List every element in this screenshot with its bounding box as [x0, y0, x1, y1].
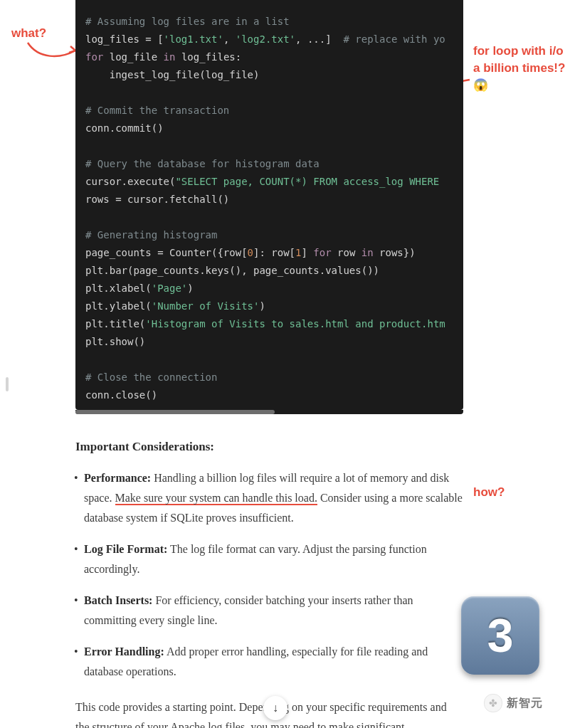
annotation-how: how? — [473, 484, 505, 501]
main-content: # Assuming log files are in a listlog_fi… — [75, 0, 463, 728]
considerations-list: Performance: Handling a billion log file… — [75, 468, 463, 682]
code-line: conn.commit() — [85, 120, 453, 137]
code-line: # Query the database for histogram data — [85, 155, 453, 173]
list-item-label: Performance: — [84, 472, 151, 484]
code-line: plt.show() — [85, 333, 453, 351]
highlighted-text: Make sure your system can handle this lo… — [115, 492, 317, 505]
code-line: plt.xlabel('Page') — [85, 280, 453, 297]
arrow-down-icon: ↓ — [273, 702, 278, 714]
code-line — [85, 209, 453, 226]
code-line — [85, 84, 453, 102]
scroll-down-button[interactable]: ↓ — [263, 696, 287, 720]
code-line: page_counts = Counter({row[0]: row[1] fo… — [85, 244, 453, 262]
code-line: ingest_log_file(log_file) — [85, 66, 453, 84]
code-h-scrollbar-thumb[interactable] — [75, 410, 275, 414]
considerations-heading: Important Considerations: — [75, 440, 463, 454]
watermark-icon: ✤ — [484, 694, 502, 712]
code-line: plt.ylabel('Number of Visits') — [85, 297, 453, 315]
code-line: # Commit the transaction — [85, 102, 453, 120]
list-item: Log File Format: The log file format can… — [80, 539, 463, 579]
code-line: rows = cursor.fetchall() — [85, 191, 453, 209]
code-line: conn.close() — [85, 386, 453, 404]
list-item-label: Log File Format: — [84, 543, 167, 555]
annotation-what: what? — [11, 25, 46, 42]
code-line: # Generating histogram — [85, 226, 453, 244]
source-watermark: ✤ 新智元 — [484, 694, 543, 712]
list-item: Performance: Handling a billion log file… — [80, 468, 463, 528]
code-block: # Assuming log files are in a listlog_fi… — [75, 0, 463, 410]
annotation-arrow-what — [24, 39, 80, 62]
code-line — [85, 351, 453, 369]
watermark-text: 新智元 — [507, 696, 543, 711]
badge-three-icon: 3 — [461, 596, 539, 675]
code-line: # Close the connection — [85, 369, 453, 386]
code-line: log_files = ['log1.txt', 'log2.txt', ...… — [85, 31, 453, 48]
code-line: for log_file in log_files: — [85, 48, 453, 66]
list-item: Batch Inserts: For efficiency, consider … — [80, 591, 463, 631]
list-item-label: Error Handling: — [84, 645, 164, 658]
list-item-label: Batch Inserts: — [84, 594, 152, 606]
code-line: # Assuming log files are in a list — [85, 13, 453, 31]
page-scroll-indicator — [6, 377, 9, 391]
list-item: Error Handling: Add proper error handlin… — [80, 642, 463, 682]
code-line: cursor.execute("SELECT page, COUNT(*) FR… — [85, 173, 453, 191]
code-line: plt.bar(page_counts.keys(), page_counts.… — [85, 262, 453, 280]
code-h-scrollbar[interactable] — [75, 410, 463, 414]
annotation-loop: for loop with i/o a billion times!? 😱 — [473, 43, 566, 93]
code-line: plt.title('Histogram of Visits to sales.… — [85, 315, 453, 333]
code-line — [85, 137, 453, 155]
